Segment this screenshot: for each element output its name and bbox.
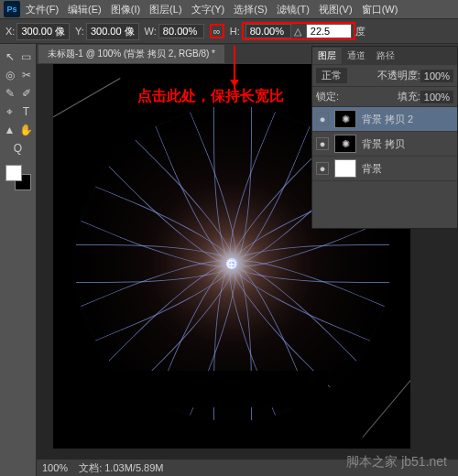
menu-view[interactable]: 视图(V) [319,3,353,16]
annotation-text: 点击此处，保持长宽比 [137,87,284,106]
angle-unit: 度 [355,25,365,38]
layer-row[interactable]: ● ✺ 背景 拷贝 2 [312,107,457,132]
artwork-bar [90,371,328,407]
marquee-tool[interactable]: ▭ [19,49,34,64]
menu-file[interactable]: 文件(F) [26,3,59,16]
link-wh-button[interactable]: ∞ [210,24,224,38]
menu-text[interactable]: 文字(Y) [191,3,225,16]
crop-tool[interactable]: ✂ [19,68,34,82]
tab-channels[interactable]: 通道 [342,48,371,64]
h-label: H: [230,26,240,37]
layer-row[interactable]: ● 背景 [312,157,457,181]
angle-icon: △ [294,26,301,37]
annotation-arrow [234,46,235,90]
brush-tool[interactable]: ✎ [3,86,17,101]
opacity-label: 不透明度: [377,69,420,82]
move-tool[interactable]: ↖ [3,49,17,64]
fill-label: 填充: [398,90,420,103]
zoom-level[interactable]: 100% [42,462,68,473]
x-label: X: [5,26,15,37]
w-label: W: [145,26,157,37]
watermark: 脚本之家 jb51.net [346,454,447,471]
layer-name[interactable]: 背景 拷贝 2 [362,113,413,126]
layer-name[interactable]: 背景 [362,162,382,176]
blend-mode-select[interactable]: 正常 [316,68,347,83]
menu-filter[interactable]: 滤镜(T) [277,3,310,16]
y-field[interactable]: 300.00 像 [86,23,139,40]
quickmask-tool[interactable]: Q [11,141,26,156]
h-field[interactable]: 80.00% [245,24,291,38]
fill-field[interactable]: 100% [420,91,453,103]
x-field[interactable]: 300.00 像 [16,23,70,40]
menu-select[interactable]: 选择(S) [234,3,267,16]
guide-line [362,367,410,438]
pen-tool[interactable]: ▲ [3,123,17,137]
eyedropper-tool[interactable]: ⌖ [3,104,17,119]
pencil-tool[interactable]: ✐ [19,86,34,101]
tab-paths[interactable]: 路径 [371,48,400,64]
visibility-icon[interactable]: ● [316,137,329,150]
color-swatches[interactable] [5,165,31,190]
layer-thumbnail[interactable] [334,159,356,178]
layer-name[interactable]: 背景 拷贝 [362,137,405,151]
app-logo: Ps [4,1,20,17]
menu-edit[interactable]: 编辑(E) [68,3,102,16]
document-tab[interactable]: 未标题-1 @ 100% (背景 拷贝 2, RGB/8) * [38,45,224,63]
menu-bar: Ps 文件(F) 编辑(E) 图像(I) 图层(L) 文字(Y) 选择(S) 滤… [0,0,458,18]
visibility-icon[interactable]: ● [316,113,329,125]
foreground-color[interactable] [5,165,22,181]
doc-size: 文档: 1.03M/5.89M [79,461,163,475]
menu-window[interactable]: 窗口(W) [362,3,398,16]
layer-thumbnail[interactable]: ✺ [334,135,356,153]
y-label: Y: [75,26,84,37]
menu-layer[interactable]: 图层(L) [149,3,181,16]
layers-panel: 图层 通道 路径 正常 不透明度: 100% 锁定: 填充: 100% ● ✺ … [311,46,458,229]
lock-label: 锁定: [316,90,339,103]
options-bar: X: 300.00 像 Y: 300.00 像 W: 80.00% ∞ H: 8… [0,18,458,44]
menu-image[interactable]: 图像(I) [111,3,140,16]
lasso-tool[interactable]: ◎ [3,68,17,82]
w-field[interactable]: 80.00% [158,24,204,38]
layer-thumbnail[interactable]: ✺ [334,110,356,128]
tools-panel: ↖▭ ◎✂ ✎✐ ⌖T ▲✋ Q [0,44,37,476]
guide-line [53,78,121,124]
type-tool[interactable]: T [19,104,34,119]
angle-field[interactable]: 22.5 [306,24,352,38]
tab-layers[interactable]: 图层 [312,48,342,64]
transform-anchor-icon[interactable]: ⊕ [226,256,237,271]
visibility-icon[interactable]: ● [316,162,329,175]
opacity-field[interactable]: 100% [420,70,453,82]
hand-tool[interactable]: ✋ [19,123,34,137]
layer-row[interactable]: ● ✺ 背景 拷贝 [312,132,457,157]
